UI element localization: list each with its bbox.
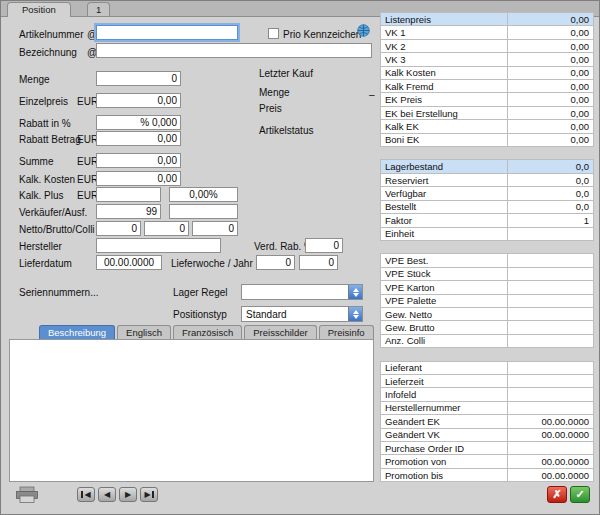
panel-row-label: VPE Stück: [381, 268, 508, 280]
panel-row[interactable]: Lagerbestand0,0: [380, 159, 594, 173]
panel-row-value: [508, 254, 593, 266]
panel-row[interactable]: VK 30,00: [380, 53, 594, 66]
kalk-kosten-currency-label: EUR: [77, 174, 98, 185]
panel-row[interactable]: Gew. Netto: [380, 308, 594, 321]
panel-row[interactable]: VPE Best.: [380, 253, 594, 267]
panel-row[interactable]: Kalk EK0,00: [380, 120, 594, 133]
printer-icon[interactable]: [15, 486, 39, 504]
panel-row[interactable]: Kalk Fremd0,00: [380, 80, 594, 93]
einzelpreis-input[interactable]: [96, 93, 181, 108]
panel-row[interactable]: Kalk Kosten0,00: [380, 67, 594, 80]
previous-record-icon: ◀: [104, 490, 110, 499]
next-record-button[interactable]: ▶: [119, 487, 137, 502]
panel-row[interactable]: Promotion von00.00.0000: [380, 455, 594, 468]
lieferjahr-input[interactable]: [299, 255, 338, 270]
panel-row[interactable]: Lieferzeit: [380, 375, 594, 388]
globe-icon[interactable]: [357, 24, 370, 37]
panel-row[interactable]: Bestellt0,0: [380, 201, 594, 214]
panel-row-value: 00.00.0000: [508, 455, 593, 467]
panel-row-value: 0,00: [508, 40, 593, 52]
panel-row[interactable]: VK 20,00: [380, 40, 594, 53]
rabatt-prozent-label: Rabatt in %: [19, 118, 71, 129]
panel-row[interactable]: Boni EK0,00: [380, 134, 594, 147]
panel-row[interactable]: Anz. Colli: [380, 335, 594, 348]
menge-input[interactable]: [96, 71, 181, 86]
info-panel: Listenpreis0,00VK 10,00VK 20,00VK 30,00K…: [380, 12, 594, 482]
previous-record-button[interactable]: ◀: [98, 487, 116, 502]
window-tab-1[interactable]: 1: [87, 2, 110, 16]
panel-row[interactable]: Lieferant: [380, 361, 594, 375]
lieferdatum-input[interactable]: [96, 255, 162, 270]
panel-row[interactable]: Verfügbar0,0: [380, 187, 594, 200]
panel-row-label: EK Preis: [381, 93, 508, 105]
panel-row[interactable]: Geändert EK00.00.0000: [380, 415, 594, 428]
kalk-plus-prozent-input[interactable]: [169, 187, 238, 202]
panel-row[interactable]: VPE Palette: [380, 295, 594, 308]
netto-input[interactable]: [96, 221, 141, 236]
panel-row-label: Geändert EK: [381, 415, 508, 427]
summe-input[interactable]: [96, 153, 181, 168]
panel-row-value: 0,00: [508, 26, 593, 38]
bezeichnung-input[interactable]: [96, 43, 372, 58]
panel-row[interactable]: EK bei Erstellung0,00: [380, 107, 594, 120]
panel-row-value: [508, 402, 593, 414]
panel-row[interactable]: Infofeld: [380, 388, 594, 401]
cancel-button[interactable]: ✗: [547, 486, 567, 503]
prio-kennzeichen-checkbox[interactable]: [268, 28, 279, 39]
kalk-plus-input[interactable]: [96, 187, 161, 202]
panel-row[interactable]: Geändert VK00.00.0000: [380, 429, 594, 442]
panel-row[interactable]: VPE Karton: [380, 281, 594, 294]
panel-row[interactable]: Einheit: [380, 228, 594, 241]
tab-preisinfo[interactable]: Preisinfo: [319, 325, 374, 339]
panel-row[interactable]: Promotion bis00.00.0000: [380, 469, 594, 482]
verkaeufer-ausf-input[interactable]: [169, 204, 238, 219]
positionstyp-value: Standard: [242, 307, 348, 321]
first-record-button[interactable]: ◀: [77, 487, 95, 502]
panel-row[interactable]: Listenpreis0,00: [380, 12, 594, 26]
tab-franzoesisch[interactable]: Französisch: [173, 325, 242, 339]
panel-row-label: Verfügbar: [381, 187, 508, 199]
panel-row[interactable]: Purchase Order ID: [380, 442, 594, 455]
colli-input[interactable]: [192, 221, 238, 236]
verd-rab-input[interactable]: [305, 238, 343, 253]
panel-row-label: EK bei Erstellung: [381, 107, 508, 119]
tab-preisschilder[interactable]: Preisschilder: [244, 325, 316, 339]
lieferwoche-input[interactable]: [256, 255, 295, 270]
rabatt-betrag-input[interactable]: [96, 131, 181, 146]
panel-row-label: Anz. Colli: [381, 335, 508, 347]
letzter-kauf-menge-label: Menge: [259, 87, 290, 98]
panel-row-label: Lagerbestand: [381, 160, 508, 172]
rabatt-prozent-input[interactable]: [96, 115, 181, 130]
lager-regel-dropdown[interactable]: [241, 284, 363, 300]
panel-row[interactable]: VK 10,00: [380, 26, 594, 39]
last-record-button[interactable]: ▶: [140, 487, 158, 502]
panel-row-label: VPE Palette: [381, 295, 508, 307]
seriennummern-button[interactable]: Seriennummern...: [19, 287, 98, 298]
panel-row[interactable]: Gew. Brutto: [380, 321, 594, 334]
panel-row-label: Herstellernummer: [381, 402, 508, 414]
panel-spacer-row: [380, 348, 594, 360]
netto-brutto-colli-label: Netto/Brutto/Colli: [19, 224, 95, 235]
artikelnummer-input[interactable]: [96, 25, 238, 40]
beschreibung-textarea[interactable]: [9, 339, 374, 482]
positionstyp-dropdown[interactable]: Standard: [241, 306, 363, 322]
verkaeufer-input[interactable]: [96, 204, 161, 219]
kalk-kosten-input[interactable]: [96, 171, 181, 186]
panel-row[interactable]: Herstellernummer: [380, 402, 594, 415]
panel-row-label: Infofeld: [381, 388, 508, 400]
panel-row[interactable]: Reserviert0,0: [380, 174, 594, 187]
hersteller-input[interactable]: [96, 238, 221, 253]
window-tab-position[interactable]: Position: [7, 2, 71, 17]
panel-row-label: Bestellt: [381, 201, 508, 213]
panel-row[interactable]: VPE Stück: [380, 268, 594, 281]
dropdown-stepper-icon: [348, 307, 362, 321]
tab-englisch[interactable]: Englisch: [117, 325, 171, 339]
summe-label: Summe: [19, 156, 53, 167]
panel-row-label: Faktor: [381, 214, 508, 226]
panel-row-label: Promotion bis: [381, 469, 508, 481]
panel-row[interactable]: Faktor1: [380, 214, 594, 227]
panel-row[interactable]: EK Preis0,00: [380, 93, 594, 106]
confirm-button[interactable]: ✓: [570, 486, 590, 503]
tab-beschreibung[interactable]: Beschreibung: [39, 325, 115, 339]
brutto-input[interactable]: [144, 221, 189, 236]
